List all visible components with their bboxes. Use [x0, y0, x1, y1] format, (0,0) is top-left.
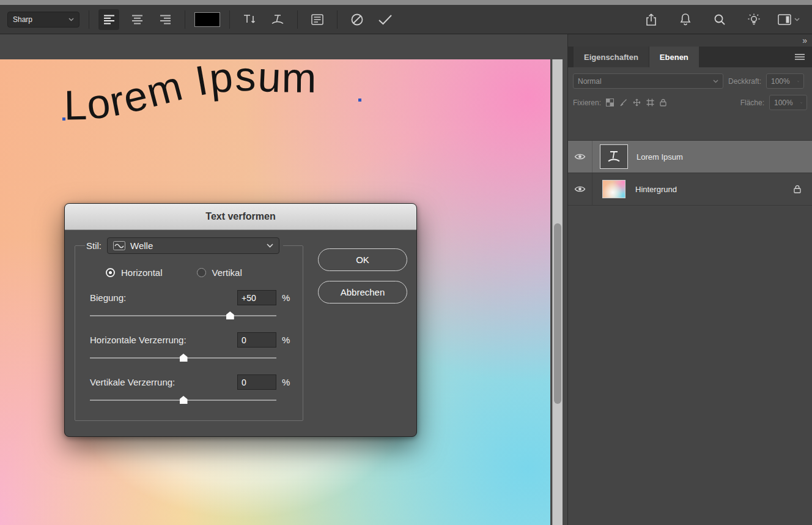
horizontal-distortion-slider[interactable]: [90, 353, 276, 362]
tab-label: Eigenschaften: [584, 53, 638, 62]
style-dropdown[interactable]: Welle: [107, 237, 279, 254]
toolbar-separator: [337, 10, 338, 29]
slider-track[interactable]: [90, 315, 276, 316]
horizontal-distortion-unit: %: [282, 335, 290, 345]
notifications-button[interactable]: [675, 9, 696, 30]
lightbulb-icon: [747, 13, 761, 26]
bell-icon: [679, 13, 692, 26]
slider-thumb[interactable]: [226, 311, 234, 319]
align-right-button[interactable]: [155, 9, 175, 30]
checkmark-icon: [378, 14, 393, 25]
toggle-panels-button[interactable]: [307, 9, 328, 30]
ok-button[interactable]: OK: [318, 248, 407, 271]
lock-position-move-icon[interactable]: [633, 99, 641, 106]
vertical-distortion-label: Vertikale Verzerrung:: [90, 377, 237, 387]
panel-layout-icon: [778, 14, 791, 25]
text-orientation-button[interactable]: [239, 9, 260, 30]
vertical-distortion-unit: %: [282, 377, 290, 387]
vertical-distortion-input[interactable]: [237, 374, 276, 390]
horizontal-radio[interactable]: Horizontal: [106, 267, 163, 278]
vertical-distortion-slider[interactable]: [90, 395, 276, 404]
right-panel: » Eigenschaften Ebenen Normal Deckkraft:…: [567, 34, 812, 525]
chevron-down-icon: [797, 80, 799, 83]
cancel-icon: [350, 13, 364, 26]
canvas-text: Lorem Ipsum: [64, 59, 317, 128]
lock-fill-row: Fixieren: Fläche: 100%: [573, 95, 807, 110]
horizontal-distortion-field-row: Horizontale Verzerrung: %: [90, 332, 290, 348]
background-layer-thumbnail[interactable]: [602, 180, 626, 198]
tab-label: Ebenen: [660, 53, 688, 62]
workspace-switcher-button[interactable]: [778, 9, 800, 30]
lock-all-icon[interactable]: [660, 99, 666, 106]
toolbar-right-group: [641, 9, 805, 30]
vertical-radio[interactable]: Vertikal: [197, 267, 242, 278]
layer-visibility-toggle[interactable]: [568, 173, 592, 205]
align-center-button[interactable]: [127, 9, 147, 30]
align-left-button[interactable]: [98, 9, 119, 30]
blend-mode-dropdown[interactable]: Normal: [573, 73, 723, 89]
tab-eigenschaften[interactable]: Eigenschaften: [574, 47, 649, 67]
chevron-down-icon: [267, 244, 273, 248]
bend-field-row: Biegung: %: [90, 290, 290, 305]
text-color-swatch[interactable]: [194, 12, 220, 27]
lock-transparency-icon[interactable]: [606, 99, 614, 106]
chevron-down-icon: [713, 80, 718, 83]
style-label: Stil:: [86, 240, 102, 251]
blend-mode-value: Normal: [578, 77, 602, 86]
lock-artboard-icon[interactable]: [646, 99, 654, 106]
warp-text-icon: [270, 13, 285, 26]
svg-text:Lorem Ipsum: Lorem Ipsum: [64, 59, 317, 128]
radio-selected-icon: [106, 268, 115, 277]
discover-button[interactable]: [744, 9, 764, 30]
panel-tabbar: Eigenschaften Ebenen: [568, 47, 812, 67]
align-right-icon: [160, 15, 171, 24]
eye-icon: [574, 153, 586, 160]
antialias-dropdown[interactable]: Sharp: [7, 12, 79, 28]
layer-name: Lorem Ipsum: [637, 152, 683, 162]
layer-row-background[interactable]: Hintergrund: [568, 173, 812, 206]
options-toolbar: Sharp: [0, 5, 812, 34]
dialog-title: Text verformen: [65, 204, 416, 230]
window-top-strip: [0, 0, 812, 5]
bend-input[interactable]: [237, 290, 276, 305]
search-button[interactable]: [709, 9, 730, 30]
path-anchor-end: [358, 99, 361, 102]
toolbar-separator: [229, 10, 230, 29]
slider-thumb[interactable]: [180, 396, 188, 404]
warp-options-group: Stil: Welle Horizontal Vertikal: [75, 237, 303, 421]
blend-opacity-row: Normal Deckkraft: 100%: [573, 73, 807, 89]
layer-locked-indicator[interactable]: [794, 185, 801, 193]
warp-text-button[interactable]: [267, 9, 288, 30]
opacity-dropdown[interactable]: 100%: [766, 73, 804, 89]
cancel-edits-button[interactable]: [347, 9, 367, 30]
radio-unselected-icon: [197, 268, 206, 277]
layer-visibility-toggle[interactable]: [568, 141, 592, 173]
text-layer-thumbnail[interactable]: [600, 144, 628, 169]
eye-icon: [574, 185, 586, 193]
hamburger-menu-icon: [795, 54, 805, 60]
bend-label: Biegung:: [90, 292, 237, 303]
lock-icon: [794, 185, 801, 193]
panel-menu-button[interactable]: [795, 54, 805, 60]
chevron-down-icon: [800, 101, 802, 105]
fill-label: Fläche:: [740, 99, 764, 107]
canvas-vertical-scrollbar[interactable]: [552, 59, 563, 525]
slider-thumb[interactable]: [180, 354, 188, 362]
horizontal-label: Horizontal: [121, 267, 163, 278]
layer-name: Hintergrund: [635, 185, 677, 194]
horizontal-distortion-input[interactable]: [237, 332, 276, 348]
layer-row-text[interactable]: Lorem Ipsum: [568, 141, 812, 173]
commit-edits-button[interactable]: [375, 9, 396, 30]
warp-text-dialog: Text verformen Stil: Welle Horizontal: [64, 203, 417, 437]
scrollbar-thumb[interactable]: [554, 223, 561, 404]
panel-collapse-strip: »: [568, 34, 812, 47]
lock-pixels-brush-icon[interactable]: [619, 99, 627, 106]
tab-ebenen[interactable]: Ebenen: [649, 47, 699, 67]
cancel-button[interactable]: Abbrechen: [318, 281, 407, 303]
share-button[interactable]: [641, 9, 662, 30]
bend-slider[interactable]: [90, 311, 276, 320]
collapse-panel-chevrons[interactable]: »: [802, 36, 807, 45]
wave-style-icon: [113, 241, 125, 250]
opacity-value: 100%: [771, 77, 790, 86]
fill-dropdown[interactable]: 100%: [769, 95, 807, 110]
